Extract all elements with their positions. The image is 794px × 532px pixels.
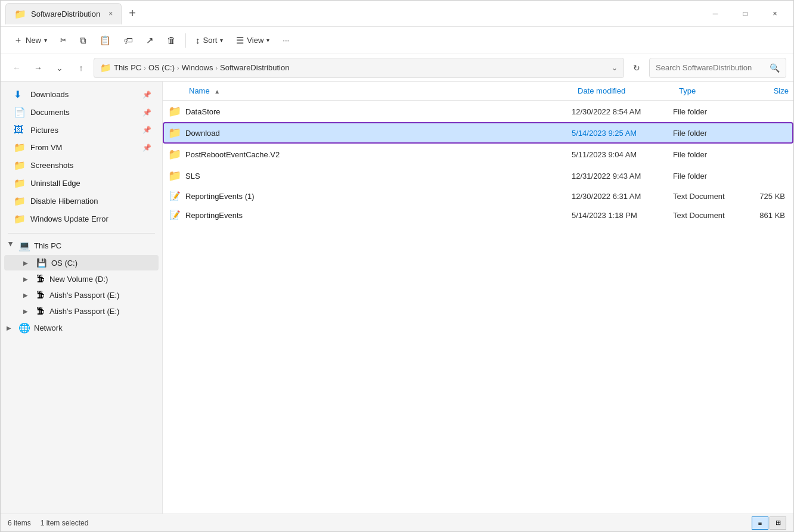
- pin-icon-fromvm: 📌: [142, 144, 151, 152]
- search-box[interactable]: 🔍: [649, 58, 786, 78]
- back-button[interactable]: ←: [8, 59, 26, 77]
- active-tab[interactable]: 📁 SoftwareDistribution ×: [5, 3, 122, 24]
- tile-view-icon: ⊞: [776, 519, 781, 527]
- sidebar-divider1: [8, 233, 155, 234]
- copy-button[interactable]: ⧉: [74, 32, 92, 49]
- sidebar-label-e-drive-1: Atish's Passport (E:): [49, 291, 151, 300]
- windowsupdateerror-icon: 📁: [14, 213, 26, 225]
- detail-view-button[interactable]: ≡: [752, 517, 768, 530]
- sidebar-item-documents[interactable]: 📄 Documents 📌: [4, 104, 159, 121]
- view-chevron-icon: ▾: [266, 37, 269, 43]
- col-header-type[interactable]: Type: [674, 85, 746, 97]
- paste-button[interactable]: 📋: [94, 32, 117, 49]
- toolbar-separator: [185, 33, 186, 48]
- cut-button[interactable]: ✂: [54, 33, 73, 48]
- breadcrumb[interactable]: 📁 This PC › OS (C:) › Windows › Software…: [94, 58, 624, 78]
- sidebar-label-documents: Documents: [30, 108, 138, 117]
- sidebar-item-e-drive-2[interactable]: ▶ 🗜 Atish's Passport (E:): [4, 303, 159, 319]
- sidebar-item-e-drive-1[interactable]: ▶ 🗜 Atish's Passport (E:): [4, 287, 159, 303]
- this-pc-expand-arrow: ▶: [8, 242, 14, 250]
- sidebar-item-downloads[interactable]: ⬇ Downloads 📌: [4, 86, 159, 103]
- breadcrumb-folder-icon: 📁: [100, 63, 111, 73]
- breadcrumb-chevron-icon: ⌄: [612, 64, 618, 72]
- more-button[interactable]: ···: [277, 33, 295, 48]
- new-tab-button[interactable]: +: [124, 3, 141, 24]
- sidebar-label-windowsupdateerror: Windows Update Error: [30, 214, 151, 223]
- minimize-button[interactable]: ─: [702, 4, 729, 23]
- close-button[interactable]: ×: [761, 4, 789, 23]
- col-header-size[interactable]: Size: [746, 85, 793, 97]
- tile-view-button[interactable]: ⊞: [770, 517, 786, 530]
- tab-close-btn[interactable]: ×: [108, 10, 113, 18]
- sidebar-label-d-drive: New Volume (D:): [49, 275, 151, 284]
- new-label: New: [26, 36, 41, 45]
- network-label: Network: [34, 323, 63, 332]
- sidebar-item-pictures[interactable]: 🖼 Pictures 📌: [4, 122, 159, 138]
- toolbar: ＋ New ▾ ✂ ⧉ 📋 🏷 ↗ 🗑 ↕ Sort ▾ ☰ Vie: [1, 27, 793, 54]
- paste-icon: 📋: [100, 35, 111, 46]
- up-button[interactable]: ↑: [72, 59, 90, 77]
- screenshots-icon: 📁: [14, 160, 26, 171]
- col-header-name[interactable]: Name ▲: [184, 85, 573, 97]
- file-row-datastore[interactable]: 📁 DataStore 12/30/2022 8:54 AM File fold…: [163, 101, 793, 122]
- sidebar-item-windowsupdateerror[interactable]: 📁 Windows Update Error: [4, 210, 159, 228]
- file-row-download[interactable]: 📁 Download 5/14/2023 9:25 AM File folder: [163, 122, 793, 144]
- sidebar-this-pc[interactable]: ▶ 💻 This PC: [2, 237, 161, 254]
- new-button[interactable]: ＋ New ▾: [8, 32, 53, 49]
- sls-folder-icon: 📁: [164, 169, 185, 182]
- maximize-button[interactable]: □: [731, 4, 759, 23]
- sidebar-item-uninstalledge[interactable]: 📁 Uninstall Edge: [4, 175, 159, 192]
- sidebar-item-d-drive[interactable]: ▶ 🗜 New Volume (D:): [4, 271, 159, 287]
- postreboot-date: 5/11/2023 9:04 AM: [572, 150, 673, 159]
- sidebar-label-downloads: Downloads: [30, 90, 138, 99]
- fromvm-icon: 📁: [14, 142, 26, 153]
- recent-locations-button[interactable]: ⌄: [51, 59, 69, 77]
- reportingevents1-date: 12/30/2022 6:31 AM: [572, 192, 673, 201]
- reportingevents-type: Text Document: [673, 211, 745, 220]
- col-header-date[interactable]: Date modified: [573, 85, 674, 97]
- c-drive-expand-arrow: ▶: [23, 260, 32, 266]
- view-button[interactable]: ☰ View ▾: [230, 32, 275, 49]
- share-button[interactable]: ↗: [140, 32, 160, 49]
- file-row-reportingevents[interactable]: 📝 ReportingEvents 5/14/2023 1:18 PM Text…: [163, 206, 793, 225]
- sidebar-item-c-drive[interactable]: ▶ 💾 OS (C:): [4, 255, 159, 270]
- search-input[interactable]: [656, 63, 766, 72]
- pin-icon-downloads: 📌: [142, 91, 151, 99]
- uninstalledge-icon: 📁: [14, 178, 26, 189]
- sidebar-item-disablehibernation[interactable]: 📁 Disable Hibernation: [4, 192, 159, 210]
- file-row-reportingevents1[interactable]: 📝 ReportingEvents (1) 12/30/2022 6:31 AM…: [163, 186, 793, 206]
- sls-name: SLS: [185, 172, 572, 181]
- detail-view-icon: ≡: [758, 519, 762, 527]
- items-count: 6 items: [8, 519, 31, 527]
- refresh-button[interactable]: ↻: [628, 59, 646, 77]
- file-row-postreboot[interactable]: 📁 PostRebootEventCache.V2 5/11/2023 9:04…: [163, 144, 793, 165]
- forward-button[interactable]: →: [29, 59, 47, 77]
- delete-button[interactable]: 🗑: [161, 32, 182, 48]
- rename-button[interactable]: 🏷: [118, 32, 139, 48]
- datastore-date: 12/30/2022 8:54 AM: [572, 107, 673, 116]
- sidebar-item-screenshots[interactable]: 📁 Screenshots: [4, 157, 159, 174]
- e-drive2-icon: 🗜: [36, 306, 45, 316]
- reportingevents-name: ReportingEvents: [185, 211, 572, 220]
- share-icon: ↗: [146, 35, 154, 46]
- sidebar-item-fromvm[interactable]: 📁 From VM 📌: [4, 139, 159, 156]
- breadcrumb-sep3: ›: [215, 64, 218, 71]
- pin-icon-documents: 📌: [142, 108, 151, 117]
- sort-button[interactable]: ↕ Sort ▾: [190, 32, 229, 48]
- datastore-name: DataStore: [185, 107, 572, 116]
- pictures-icon: 🖼: [14, 125, 26, 135]
- file-row-sls[interactable]: 📁 SLS 12/31/2022 9:43 AM File folder: [163, 165, 793, 186]
- tab-folder-icon: 📁: [14, 8, 26, 20]
- this-pc-icon: 💻: [18, 240, 30, 251]
- sort-chevron-icon: ▾: [220, 37, 223, 43]
- e-drive1-expand-arrow: ▶: [23, 292, 32, 298]
- reportingevents1-file-icon: 📝: [164, 191, 185, 201]
- reportingevents-date: 5/14/2023 1:18 PM: [572, 211, 673, 220]
- d-drive-icon: 🗜: [36, 274, 45, 284]
- sidebar-network[interactable]: ▶ 🌐 Network: [2, 319, 161, 337]
- network-expand-arrow: ▶: [7, 325, 15, 331]
- search-icon: 🔍: [770, 63, 780, 73]
- downloads-icon: ⬇: [14, 89, 26, 100]
- this-pc-label: This PC: [34, 241, 61, 250]
- reportingevents-file-icon: 📝: [164, 210, 185, 220]
